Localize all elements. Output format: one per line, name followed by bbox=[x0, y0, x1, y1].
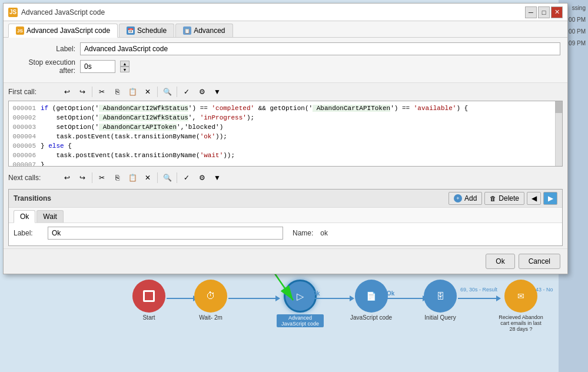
code-line-4: 000004 task.postEvent(task.transitionByN… bbox=[11, 132, 560, 141]
code-line-6: 000006 task.postEvent(task.transitionByN… bbox=[11, 151, 560, 160]
next-calls-label: Next calls: bbox=[8, 174, 55, 182]
clock-icon: ⏱ bbox=[206, 291, 215, 301]
first-call-code-area[interactable]: 000001 if (getOption(' AbandonCartI2WfkS… bbox=[9, 101, 562, 166]
init-query-node-group: 🗄 Initial Query bbox=[424, 280, 457, 321]
arrow-5 bbox=[458, 295, 501, 301]
db-icon: 🗄 bbox=[436, 291, 444, 301]
delete-label: Delete bbox=[499, 194, 519, 202]
dialog-window: JS Advanced JavaScript code ─ □ ✕ JS Adv… bbox=[3, 3, 568, 274]
time-label: 69, 30s - Result bbox=[460, 287, 497, 293]
code-line-2: 000002 setOption(' AbandonCartI2WfkStatu… bbox=[11, 113, 560, 122]
wait-node-group: ⏱ Wait- 2m bbox=[194, 280, 227, 321]
trash-icon: 🗑 bbox=[490, 195, 496, 202]
paste-button-1[interactable]: 📋 bbox=[125, 85, 139, 98]
trans-nav-left[interactable]: ◀ bbox=[527, 192, 541, 205]
check-button-2[interactable]: ✓ bbox=[180, 171, 194, 184]
tab-advanced[interactable]: 📋 Advanced bbox=[175, 24, 232, 37]
transition-form: Label: Name: ok bbox=[9, 223, 562, 245]
label-input[interactable] bbox=[80, 42, 560, 55]
search-button-1[interactable]: 🔍 bbox=[160, 85, 174, 98]
arrow-line-4 bbox=[384, 298, 423, 299]
spinner-down[interactable]: ▼ bbox=[120, 67, 129, 72]
no-label: 43 - No bbox=[536, 287, 553, 293]
format-button-2[interactable]: ⚙ bbox=[195, 171, 209, 184]
arrow-line-3 bbox=[311, 298, 350, 299]
js-code-label: JavaScript code bbox=[350, 314, 392, 321]
trans-tab-wait[interactable]: Wait bbox=[36, 210, 64, 222]
js-code-node[interactable]: 📄 bbox=[355, 280, 388, 313]
recv-label: Recieved Abandon cart emails in last 28 … bbox=[497, 314, 544, 332]
window-title: Advanced JavaScript code bbox=[21, 8, 105, 16]
window-icon: JS bbox=[8, 8, 18, 17]
delete-transition-button[interactable]: 🗑 Delete bbox=[484, 192, 524, 205]
delete-button-1[interactable]: ✕ bbox=[141, 85, 155, 98]
first-call-row: First call: ↩ ↪ ✂ ⎘ 📋 ✕ 🔍 ✓ ⚙ ▼ bbox=[4, 83, 567, 101]
arrow-2 bbox=[228, 295, 280, 301]
cut-button-1[interactable]: ✂ bbox=[95, 85, 109, 98]
cancel-button[interactable]: Cancel bbox=[519, 254, 560, 269]
add-icon: + bbox=[454, 194, 462, 202]
scrollbar-v[interactable] bbox=[555, 101, 562, 166]
arrow-3 bbox=[311, 295, 354, 301]
paste-button-2[interactable]: 📋 bbox=[125, 171, 139, 184]
trans-name-label: Name: bbox=[293, 229, 313, 237]
doc-icon: 📄 bbox=[366, 291, 376, 301]
start-node[interactable] bbox=[132, 280, 165, 313]
wait-label: Wait- 2m bbox=[199, 314, 222, 321]
spinner-up[interactable]: ▲ bbox=[120, 61, 129, 67]
start-node-group: Start bbox=[132, 280, 165, 321]
sep-5 bbox=[157, 172, 158, 183]
code-line-3: 000003 setOption(' AbandonCartAPIToken',… bbox=[11, 122, 560, 132]
tab-schedule-icon: 📅 bbox=[127, 26, 135, 35]
sep-4 bbox=[92, 172, 92, 183]
tab-js[interactable]: JS Advanced JavaScript code bbox=[8, 24, 118, 38]
adv-js-node-group: ▷ Advanced JavaScript code bbox=[277, 280, 324, 327]
code-line-7: 000007 } bbox=[11, 160, 560, 166]
first-call-label: First call: bbox=[8, 88, 55, 96]
code-line-1: 000001 if (getOption(' AbandonCartI2WfkS… bbox=[11, 104, 560, 113]
trans-tab-ok[interactable]: Ok bbox=[14, 210, 35, 223]
arrow-line-5 bbox=[458, 298, 496, 299]
trans-name-value: ok bbox=[320, 229, 328, 237]
recv-node[interactable]: ✉ bbox=[504, 280, 537, 313]
delete-button-2[interactable]: ✕ bbox=[141, 171, 155, 184]
undo-button-1[interactable]: ↩ bbox=[60, 85, 74, 98]
sep-6 bbox=[177, 172, 177, 183]
init-query-label: Initial Query bbox=[424, 314, 456, 321]
minimize-button[interactable]: ─ bbox=[525, 6, 537, 18]
next-calls-row: Next calls: ↩ ↪ ✂ ⎘ 📋 ✕ 🔍 ✓ ⚙ ▼ bbox=[4, 169, 567, 187]
maximize-button[interactable]: □ bbox=[538, 6, 550, 18]
right-panel-text1: ssing bbox=[572, 5, 586, 11]
copy-button-1[interactable]: ⎘ bbox=[110, 85, 124, 98]
ok-button[interactable]: Ok bbox=[486, 254, 514, 269]
cut-button-2[interactable]: ✂ bbox=[95, 171, 109, 184]
close-button[interactable]: ✕ bbox=[551, 6, 563, 18]
redo-button-1[interactable]: ↪ bbox=[75, 85, 89, 98]
title-controls: ─ □ ✕ bbox=[525, 6, 563, 18]
copy-button-2[interactable]: ⎘ bbox=[110, 171, 124, 184]
sep-2 bbox=[157, 87, 158, 97]
format-button-1[interactable]: ⚙ bbox=[195, 85, 209, 98]
init-query-node[interactable]: 🗄 bbox=[424, 280, 457, 313]
trans-nav-right[interactable]: ▶ bbox=[543, 192, 557, 205]
check-button-1[interactable]: ✓ bbox=[180, 85, 194, 98]
stop-input[interactable] bbox=[80, 60, 115, 73]
tab-advanced-icon: 📋 bbox=[183, 26, 191, 35]
stop-row: Stop execution after: ▲ ▼ bbox=[11, 58, 560, 75]
add-transition-button[interactable]: + Add bbox=[449, 192, 482, 205]
trans-label-input[interactable] bbox=[48, 227, 283, 240]
more-button-2[interactable]: ▼ bbox=[210, 171, 224, 184]
arrow-line-1 bbox=[167, 298, 193, 299]
stop-field-label: Stop execution after: bbox=[11, 58, 75, 75]
tabs-bar: JS Advanced JavaScript code 📅 Schedule 📋… bbox=[4, 21, 567, 38]
wait-node[interactable]: ⏱ bbox=[194, 280, 227, 313]
scrollbar-thumb[interactable] bbox=[555, 101, 562, 113]
sep-3 bbox=[177, 87, 177, 97]
undo-button-2[interactable]: ↩ bbox=[60, 171, 74, 184]
tab-advanced-label: Advanced bbox=[194, 26, 225, 35]
more-button-1[interactable]: ▼ bbox=[210, 85, 224, 98]
tab-schedule[interactable]: 📅 Schedule bbox=[119, 24, 174, 37]
search-button-2[interactable]: 🔍 bbox=[160, 171, 174, 184]
title-bar: JS Advanced JavaScript code ─ □ ✕ bbox=[4, 4, 567, 21]
redo-button-2[interactable]: ↪ bbox=[75, 171, 89, 184]
